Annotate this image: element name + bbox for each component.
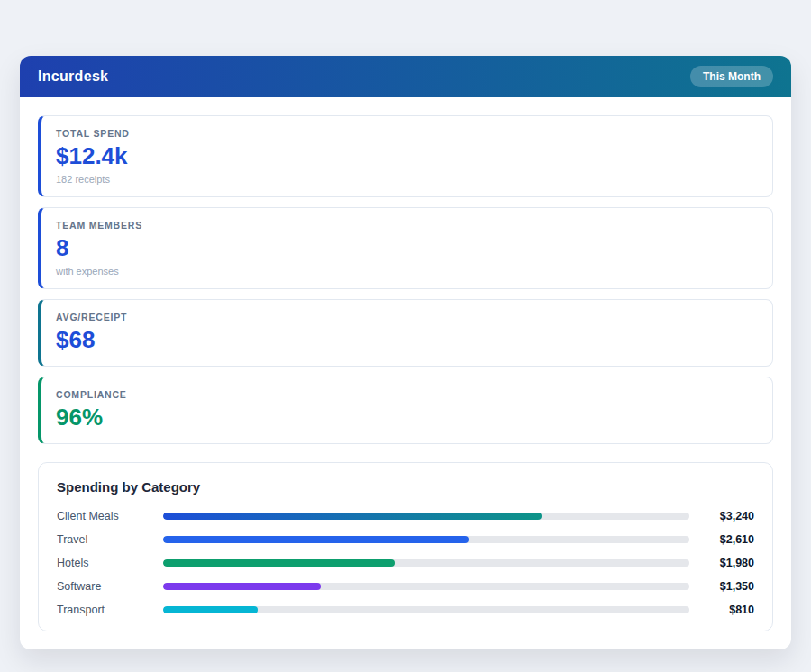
bar-track — [163, 583, 689, 590]
chart-title: Spending by Category — [57, 479, 754, 495]
stat-value: $68 — [56, 326, 758, 354]
chart-row: Hotels $1,980 — [57, 556, 754, 569]
bar-fill — [163, 606, 258, 613]
category-label: Client Meals — [57, 510, 163, 522]
category-value: $3,240 — [689, 510, 754, 522]
stat-card-compliance: COMPLIANCE 96% — [38, 377, 773, 444]
bar-track — [163, 606, 689, 613]
category-value: $1,980 — [689, 557, 754, 569]
bar-fill — [163, 536, 469, 543]
stat-card-avg-receipt: AVG/RECEIPT $68 — [38, 299, 773, 367]
stat-label: AVG/RECEIPT — [56, 312, 758, 322]
bar-track — [163, 513, 689, 520]
category-label: Travel — [57, 533, 163, 546]
spending-by-category-card: Spending by Category Client Meals $3,240… — [38, 462, 773, 631]
category-label: Transport — [57, 604, 163, 616]
stats-section: TOTAL SPEND $12.4k 182 receipts TEAM MEM… — [38, 115, 773, 444]
stat-label: TOTAL SPEND — [56, 128, 758, 139]
stat-card-team-members: TEAM MEMBERS 8 with expenses — [38, 207, 773, 289]
stat-label: TEAM MEMBERS — [56, 220, 758, 231]
stat-card-total-spend: TOTAL SPEND $12.4k 182 receipts — [38, 115, 773, 197]
chart-row: Software $1,350 — [57, 579, 754, 593]
dashboard-body: TOTAL SPEND $12.4k 182 receipts TEAM MEM… — [20, 97, 791, 649]
chart-row: Client Meals $3,240 — [57, 509, 754, 522]
category-label: Software — [57, 580, 163, 593]
app-header: Incurdesk This Month — [20, 56, 791, 97]
chart-row: Travel $2,610 — [57, 532, 754, 546]
stat-value: 96% — [56, 404, 758, 431]
chart-row: Transport $810 — [57, 603, 754, 616]
category-value: $1,350 — [689, 580, 754, 593]
bar-track — [163, 536, 689, 543]
category-label: Hotels — [57, 557, 163, 569]
bar-fill — [163, 513, 542, 520]
stat-value: 8 — [56, 234, 758, 262]
period-badge[interactable]: This Month — [690, 66, 773, 87]
expense-dashboard-panel: Incurdesk This Month TOTAL SPEND $12.4k … — [20, 56, 791, 649]
category-value: $810 — [689, 604, 754, 616]
app-title: Incurdesk — [38, 68, 108, 85]
stat-sublabel: 182 receipts — [56, 174, 758, 185]
bar-fill — [163, 559, 395, 567]
stat-label: COMPLIANCE — [56, 389, 758, 400]
stat-sublabel: with expenses — [56, 266, 758, 277]
bar-fill — [163, 583, 321, 590]
stat-value: $12.4k — [56, 142, 758, 170]
category-value: $2,610 — [689, 533, 754, 546]
bar-track — [163, 559, 689, 567]
